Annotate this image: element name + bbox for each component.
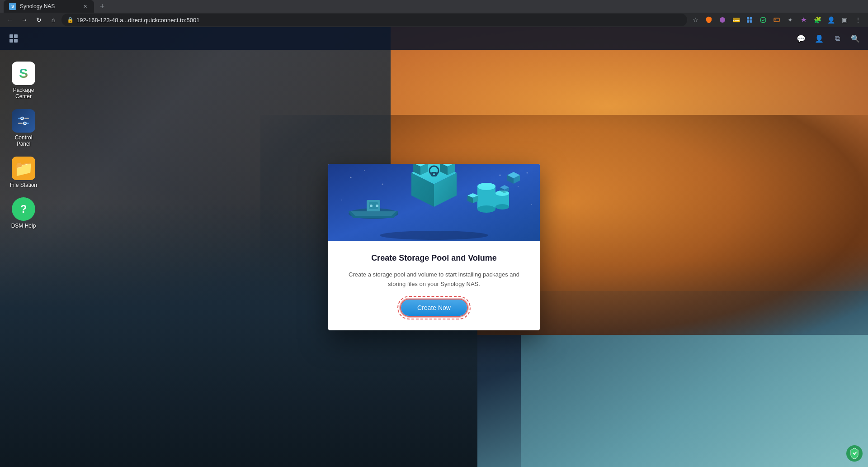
new-tab-button[interactable]: + — [96, 0, 108, 13]
svg-point-5 — [760, 17, 766, 23]
modal-description: Create a storage pool and volume to star… — [346, 270, 522, 289]
svg-point-31 — [376, 205, 378, 207]
extension-icon-2[interactable] — [757, 14, 769, 26]
brave-wallet-icon[interactable]: 💳 — [730, 14, 742, 26]
tab-bar: S Synology NAS ✕ + — [0, 0, 868, 13]
svg-point-61 — [380, 231, 488, 240]
svg-rect-3 — [747, 20, 749, 23]
svg-point-0 — [720, 17, 725, 23]
user-profile-icon[interactable]: 👤 — [825, 14, 837, 26]
modal-body: Create Storage Pool and Volume Create a … — [328, 241, 540, 331]
forward-button[interactable]: → — [18, 14, 31, 26]
modal-header-image — [328, 164, 540, 241]
storage-pool-modal: Create Storage Pool and Volume Create a … — [328, 164, 540, 331]
nav-bar: ← → ↻ ⌂ 🔒 192-168-123-48.a...direct.quic… — [0, 13, 868, 27]
back-button[interactable]: ← — [4, 14, 16, 26]
svg-point-25 — [341, 200, 342, 200]
svg-point-47 — [477, 183, 495, 190]
bookmark-star-icon[interactable]: ☆ — [689, 14, 702, 26]
create-now-button[interactable]: Create Now — [401, 300, 467, 316]
svg-point-19 — [350, 176, 352, 178]
svg-point-23 — [518, 186, 519, 187]
modal-title: Create Storage Pool and Volume — [346, 253, 522, 263]
svg-point-30 — [370, 205, 373, 207]
svg-point-22 — [500, 174, 501, 176]
modal-button-wrapper: Create Now — [346, 300, 522, 316]
svg-rect-2 — [750, 17, 752, 19]
svg-point-26 — [531, 204, 532, 205]
security-lock-icon: 🔒 — [67, 17, 74, 23]
address-text: 192-168-123-48.a...direct.quickconnect.t… — [76, 17, 682, 24]
svg-rect-4 — [750, 20, 752, 23]
extension-icon-1[interactable] — [743, 14, 756, 26]
reload-button[interactable]: ↻ — [33, 14, 45, 26]
browser-chrome: S Synology NAS ✕ + ← → ↻ ⌂ 🔒 192-168-123… — [0, 0, 868, 27]
svg-point-46 — [477, 205, 495, 213]
tab-favicon: S — [9, 3, 16, 10]
svg-point-20 — [364, 170, 365, 171]
dsm-desktop: 💬 👤 ⧉ 🔍 S Package Center — [0, 27, 868, 467]
svg-point-7 — [774, 19, 776, 21]
tab-title: Synology NAS — [20, 3, 78, 10]
svg-point-50 — [495, 204, 509, 210]
tab-close-button[interactable]: ✕ — [81, 3, 89, 10]
svg-point-37 — [433, 173, 435, 175]
svg-point-24 — [527, 172, 528, 173]
brave-corner-icon[interactable] — [846, 445, 863, 462]
home-button[interactable]: ⌂ — [47, 14, 60, 26]
brave-bat-icon[interactable] — [716, 14, 729, 26]
extensions-puzzle-icon[interactable]: 🧩 — [811, 14, 824, 26]
browser-menu-icon[interactable]: ⋮ — [852, 14, 864, 26]
active-tab[interactable]: S Synology NAS ✕ — [4, 0, 94, 13]
extension-icon-3[interactable] — [770, 14, 783, 26]
svg-rect-1 — [747, 17, 749, 19]
brave-shield-icon[interactable] — [703, 14, 715, 26]
extension-icon-5[interactable] — [797, 14, 810, 26]
svg-point-21 — [382, 183, 383, 185]
nav-right-buttons: ☆ 💳 ✦ — [689, 14, 864, 26]
modal-overlay: Create Storage Pool and Volume Create a … — [0, 27, 868, 467]
split-screen-icon[interactable]: ▣ — [838, 14, 851, 26]
extension-icon-4[interactable]: ✦ — [784, 14, 797, 26]
address-bar[interactable]: 🔒 192-168-123-48.a...direct.quickconnect… — [61, 14, 687, 26]
